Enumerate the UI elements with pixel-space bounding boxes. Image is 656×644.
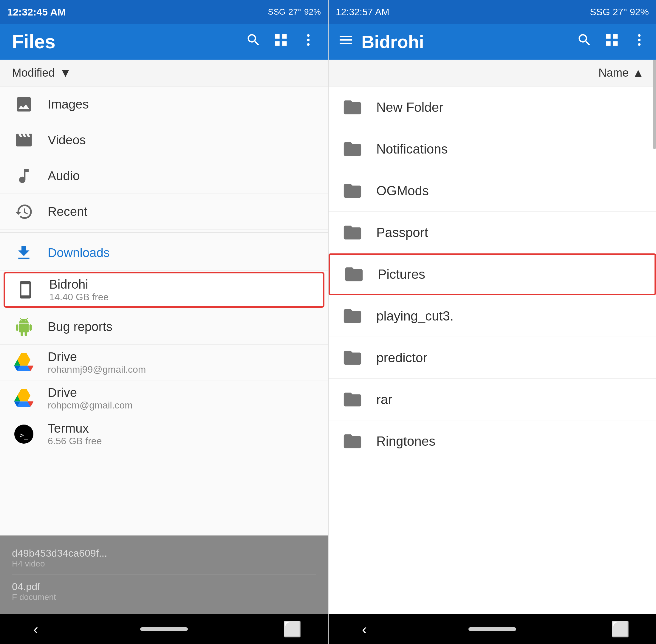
nav-label-termux: Termux bbox=[48, 421, 102, 436]
nav-subtext-drive2: rohpcm@gmail.com bbox=[48, 400, 133, 411]
nav-item-bug-reports[interactable]: Bug reports bbox=[0, 309, 328, 345]
nav-label-bidrohi: Bidrohi bbox=[49, 277, 109, 292]
nav-label-downloads: Downloads bbox=[48, 246, 110, 260]
video-icon bbox=[12, 128, 36, 152]
android-icon bbox=[12, 315, 36, 339]
partial-file-list: d49b453d34ca609f... H4 video 04.pdf F do… bbox=[0, 535, 328, 614]
sort-bar-left[interactable]: Modified ▼ bbox=[0, 60, 328, 87]
folder-item-rar[interactable]: rar bbox=[329, 378, 656, 420]
status-bar-left: 12:32:45 AM SSG 27° 92% bbox=[0, 0, 328, 24]
nav-item-downloads[interactable]: Downloads bbox=[0, 235, 328, 271]
partial-file-name-2: 04.pdf bbox=[12, 581, 316, 593]
folder-item-new-folder[interactable]: New Folder bbox=[329, 87, 656, 128]
partial-file-name-1: d49b453d34ca609f... bbox=[12, 547, 316, 559]
folder-name-rar: rar bbox=[376, 392, 392, 407]
partial-file-1: d49b453d34ca609f... H4 video bbox=[12, 542, 316, 575]
svg-point-2 bbox=[307, 43, 310, 46]
folder-item-predictor[interactable]: predictor bbox=[329, 337, 656, 378]
folder-name-notifications: Notifications bbox=[376, 142, 448, 157]
folder-item-playing-cut3[interactable]: playing_cut3. bbox=[329, 295, 656, 337]
folder-name-playing-cut3: playing_cut3. bbox=[376, 308, 454, 323]
search-icon-left[interactable] bbox=[246, 32, 261, 51]
folder-name-pictures: Pictures bbox=[378, 267, 425, 282]
grid-icon-right[interactable] bbox=[604, 32, 619, 51]
folder-icon-passport bbox=[341, 221, 364, 245]
folder-icon-notifications bbox=[341, 137, 364, 161]
partial-file-2: 04.pdf F document bbox=[12, 575, 316, 608]
status-time-right: 12:32:57 AM bbox=[336, 6, 389, 18]
folder-name-ogmods: OGMods bbox=[376, 183, 429, 198]
folder-icon-ogmods bbox=[341, 179, 364, 203]
status-icons-left: SSG 27° 92% bbox=[268, 7, 321, 17]
folder-icon-rar bbox=[341, 388, 364, 411]
folder-item-passport[interactable]: Passport bbox=[329, 212, 656, 253]
recents-button-right[interactable]: ⬜ bbox=[608, 620, 632, 638]
folder-name-predictor: predictor bbox=[376, 350, 427, 365]
bottom-nav-right: ‹ ⬜ bbox=[329, 614, 656, 644]
sort-label-left: Modified bbox=[12, 67, 55, 79]
battery-icon-left: 92% bbox=[304, 7, 321, 17]
svg-point-0 bbox=[307, 34, 310, 37]
nav-item-images[interactable]: Images bbox=[0, 87, 328, 122]
terminal-icon: >_ bbox=[12, 422, 36, 446]
app-title-right: Bidrohi bbox=[361, 31, 424, 52]
status-time-left: 12:32:45 AM bbox=[7, 6, 66, 18]
folder-list-right: New Folder Notifications OGMods Passport bbox=[329, 87, 656, 614]
download-icon bbox=[12, 241, 36, 265]
svg-text:>_: >_ bbox=[20, 431, 28, 439]
back-button-right[interactable]: ‹ bbox=[353, 620, 376, 638]
folder-icon-pictures bbox=[342, 262, 366, 286]
scroll-indicator-right[interactable] bbox=[653, 60, 656, 149]
folder-icon-predictor bbox=[341, 346, 364, 370]
more-icon-right[interactable] bbox=[632, 32, 647, 51]
nav-label-bug-reports: Bug reports bbox=[48, 320, 112, 334]
nav-item-audio[interactable]: Audio bbox=[0, 158, 328, 194]
folder-item-pictures[interactable]: Pictures bbox=[329, 253, 656, 295]
folder-icon-playing-cut3 bbox=[341, 304, 364, 328]
nav-item-bidrohi[interactable]: Bidrohi 14.40 GB free bbox=[4, 272, 324, 308]
nav-item-videos[interactable]: Videos bbox=[0, 122, 328, 158]
home-pill-right[interactable] bbox=[469, 627, 516, 631]
nav-label-drive2: Drive bbox=[48, 386, 133, 400]
app-title-left: Files bbox=[12, 31, 55, 53]
nav-label-recent: Recent bbox=[48, 205, 87, 219]
folder-name-new-folder: New Folder bbox=[376, 100, 444, 115]
header-actions-right bbox=[577, 32, 647, 51]
network-icon-right: SSG bbox=[590, 6, 610, 17]
left-panel: 12:32:45 AM SSG 27° 92% Files Modified ▼ bbox=[0, 0, 328, 644]
nav-item-drive2[interactable]: Drive rohpcm@gmail.com bbox=[0, 381, 328, 416]
hamburger-icon[interactable] bbox=[338, 31, 354, 52]
more-icon-left[interactable] bbox=[300, 32, 316, 51]
svg-point-7 bbox=[638, 43, 641, 46]
network-icon-left: SSG bbox=[268, 7, 285, 17]
nav-label-audio: Audio bbox=[48, 169, 80, 183]
battery-icon-right: 92% bbox=[630, 6, 649, 17]
status-icons-right: SSG 27° 92% bbox=[590, 6, 649, 18]
sort-bar-right[interactable]: Name ▲ bbox=[329, 60, 656, 87]
grid-icon-left[interactable] bbox=[273, 32, 289, 51]
drive1-icon bbox=[12, 351, 36, 374]
recents-button-left[interactable]: ⬜ bbox=[280, 620, 304, 638]
folder-item-ogmods[interactable]: OGMods bbox=[329, 170, 656, 212]
temp-icon-left: 27° bbox=[289, 7, 301, 17]
folder-item-ringtones[interactable]: Ringtones bbox=[329, 420, 656, 462]
header-actions-left bbox=[246, 32, 316, 51]
back-button-left[interactable]: ‹ bbox=[24, 620, 48, 638]
nav-item-drive1[interactable]: Drive rohanmj99@gmail.com bbox=[0, 345, 328, 381]
nav-item-termux[interactable]: >_ Termux 6.56 GB free bbox=[0, 416, 328, 452]
nav-label-drive1: Drive bbox=[48, 350, 146, 364]
nav-item-recent[interactable]: Recent bbox=[0, 194, 328, 230]
folder-item-notifications[interactable]: Notifications bbox=[329, 128, 656, 170]
temp-icon-right: 27° bbox=[613, 6, 627, 17]
app-header-right: Bidrohi bbox=[329, 24, 656, 60]
search-icon-right[interactable] bbox=[577, 32, 592, 51]
partial-file-type-1: H4 video bbox=[12, 559, 316, 569]
svg-point-1 bbox=[307, 39, 310, 42]
nav-label-videos: Videos bbox=[48, 133, 86, 147]
drive2-icon bbox=[12, 386, 36, 410]
partial-file-type-2: F document bbox=[12, 593, 316, 602]
folder-icon-new-folder bbox=[341, 95, 364, 119]
status-bar-right: 12:32:57 AM SSG 27° 92% bbox=[329, 0, 656, 24]
home-pill-left[interactable] bbox=[140, 627, 188, 631]
right-panel: 12:32:57 AM SSG 27° 92% Bidrohi bbox=[328, 0, 656, 644]
